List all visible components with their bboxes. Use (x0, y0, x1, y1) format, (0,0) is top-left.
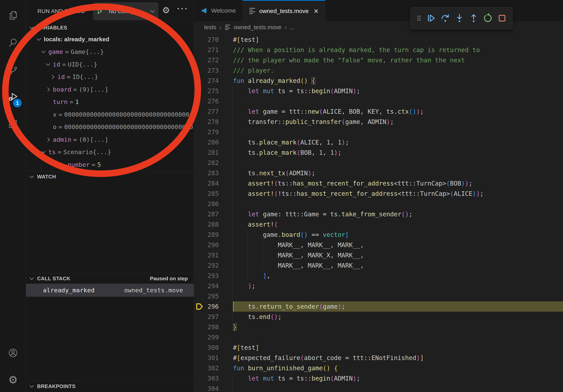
run-and-debug-icon[interactable]: 1 (0, 86, 26, 109)
line-number[interactable]: 287 (194, 209, 233, 219)
launch-config-dropdown[interactable]: No Configur (93, 2, 158, 20)
more-actions-icon[interactable]: ··· (177, 4, 189, 13)
restart-button[interactable] (482, 10, 494, 26)
line-number[interactable]: 273 (194, 65, 233, 76)
line-number[interactable]: 270 (194, 35, 233, 45)
line-number[interactable]: 286 (194, 199, 233, 209)
line-number[interactable]: 298 (194, 322, 233, 332)
code-line[interactable]: 284 assert!(ts::has_most_recent_for_addr… (194, 178, 563, 188)
variable-row[interactable]: game=Game{...} (26, 46, 194, 58)
source-control-icon[interactable] (0, 58, 26, 81)
call-stack-section-header[interactable]: CALL STACK Paused on step (26, 273, 194, 284)
line-number[interactable]: 281 (194, 147, 233, 158)
code-line[interactable]: 270#[test] (194, 35, 563, 45)
line-number[interactable]: 293 (194, 271, 233, 281)
code-line[interactable]: 292 MARK__, MARK__, MARK__, (194, 260, 563, 271)
line-number[interactable]: 300 (194, 342, 233, 353)
code-line[interactable]: 271/// When a position is already marked… (194, 45, 563, 55)
code-line[interactable]: 287 let game: ttt::Game = ts.take_from_s… (194, 209, 563, 219)
breakpoints-section-header[interactable]: BREAKPOINTS (26, 381, 194, 392)
line-number[interactable]: 297 (194, 312, 233, 322)
line-number[interactable]: 295 (194, 291, 233, 301)
line-number[interactable]: 271 (194, 45, 233, 55)
code-line[interactable]: 280 ts.place_mark(ALICE, 1, 1); (194, 137, 563, 147)
account-icon[interactable] (0, 341, 26, 364)
code-line[interactable]: 296 ts.return_to_sender(game); (194, 301, 563, 312)
code-line[interactable]: 302fun burn_unfinished_game() { (194, 363, 563, 373)
line-number[interactable]: 289 (194, 230, 233, 240)
variable-row[interactable]: turn=1 (26, 96, 194, 108)
line-number[interactable]: 277 (194, 106, 233, 117)
breadcrumb-item[interactable]: ... (290, 24, 294, 31)
settings-gear-icon[interactable]: ⚙ (0, 368, 26, 391)
variable-row[interactable]: o=00000000000000000000000000000000000. (26, 121, 194, 133)
chevron-right-icon[interactable] (46, 137, 51, 142)
chevron-down-icon[interactable] (46, 62, 51, 67)
close-tab-icon[interactable]: × (314, 7, 318, 15)
line-number[interactable]: 276 (194, 96, 233, 106)
variable-row[interactable]: id=ID{...} (26, 71, 194, 83)
chevron-right-icon[interactable] (50, 74, 55, 79)
code-line[interactable]: 295 (194, 291, 563, 301)
watch-section-header[interactable]: WATCH (26, 171, 194, 182)
code-line[interactable]: 304 (194, 383, 563, 392)
code-line[interactable]: 283 ts.next_tx(ADMIN); (194, 168, 563, 178)
line-number[interactable]: 304 (194, 383, 233, 392)
start-debug-icon[interactable] (93, 4, 106, 18)
line-number[interactable]: 283 (194, 168, 233, 178)
code-line[interactable]: 276 (194, 96, 563, 106)
code-editor[interactable]: 270#[test]271/// When a position is alre… (194, 33, 563, 392)
line-number[interactable]: 275 (194, 86, 233, 96)
line-number[interactable]: 278 (194, 117, 233, 127)
extensions-icon[interactable] (0, 113, 26, 136)
call-stack-frame[interactable]: already_marked owned_tests.move (26, 284, 194, 297)
code-line[interactable]: 298} (194, 322, 563, 332)
line-number[interactable]: 284 (194, 178, 233, 188)
code-line[interactable]: 282 (194, 158, 563, 168)
line-number[interactable]: 291 (194, 250, 233, 260)
chevron-down-icon[interactable] (37, 37, 42, 42)
code-line[interactable]: 291 MARK__, MARK_X, MARK__, (194, 250, 563, 260)
breadcrumb-item[interactable]: owned_tests.move (234, 24, 282, 31)
explorer-icon[interactable] (0, 4, 26, 27)
stop-button[interactable] (496, 10, 508, 26)
code-line[interactable]: 301#[expected_failure(abort_code = ttt::… (194, 353, 563, 363)
variable-row[interactable]: txn_number=5 (26, 158, 194, 171)
code-line[interactable]: 289 game.board() == vector[ (194, 230, 563, 240)
line-number[interactable]: 302 (194, 363, 233, 373)
code-line[interactable]: 297 ts.end(); (194, 312, 563, 322)
code-line[interactable]: 300#[test] (194, 342, 563, 353)
code-line[interactable]: 274fun already_marked() { (194, 76, 563, 86)
line-number[interactable]: 272 (194, 55, 233, 65)
line-number[interactable]: 303 (194, 373, 233, 383)
line-number[interactable]: 290 (194, 240, 233, 250)
tab-welcome[interactable]: Welcome (194, 0, 243, 21)
variables-section-header[interactable]: VARIABLES (26, 23, 194, 33)
line-number[interactable]: 299 (194, 332, 233, 342)
debug-settings-gear-icon[interactable]: ⚙ (162, 5, 170, 15)
code-line[interactable]: 272/// the player who made the "false" m… (194, 55, 563, 65)
code-line[interactable]: 277 let game = ttt::new(ALICE, BOB, KEY,… (194, 106, 563, 117)
line-number[interactable]: 280 (194, 137, 233, 147)
tab-owned-tests[interactable]: owned_tests.move × (243, 0, 325, 21)
code-line[interactable]: 278 transfer::public_transfer(game, ADMI… (194, 117, 563, 127)
step-over-button[interactable] (439, 10, 451, 26)
line-number[interactable]: 294 (194, 281, 233, 291)
code-line[interactable]: 288 assert!( (194, 219, 563, 230)
code-line[interactable]: 281 ts.place_mark(BOB, 1, 1); (194, 147, 563, 158)
variable-row[interactable]: locals: already_marked (26, 33, 194, 46)
variable-row[interactable]: ts=Scenario{...} (26, 146, 194, 158)
continue-button[interactable] (425, 10, 437, 26)
code-line[interactable]: 273/// player. (194, 65, 563, 76)
line-number[interactable]: 282 (194, 158, 233, 168)
chevron-right-icon[interactable] (46, 87, 51, 92)
code-line[interactable]: 294 ); (194, 281, 563, 291)
code-line[interactable]: 279 (194, 127, 563, 137)
code-line[interactable]: 285 assert!(!ts::has_most_recent_for_add… (194, 188, 563, 199)
variable-row[interactable]: admin=(0)[...] (26, 133, 194, 146)
code-line[interactable]: 293 ], (194, 271, 563, 281)
line-number[interactable]: 292 (194, 260, 233, 271)
code-line[interactable]: 286 (194, 199, 563, 209)
code-line[interactable]: 303 let mut ts = ts::begin(ADMIN); (194, 373, 563, 383)
breadcrumb-item[interactable]: tests (204, 24, 216, 31)
